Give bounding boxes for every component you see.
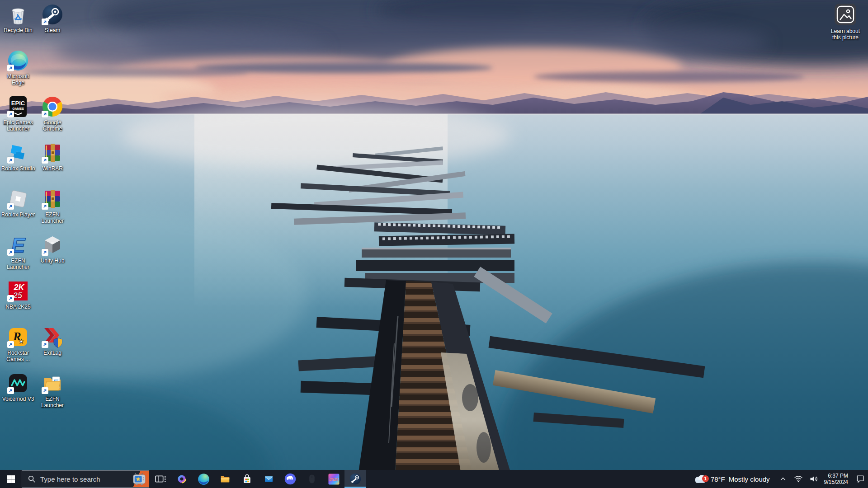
taskbar-clock[interactable]: 6:37 PM 9/15/2024 bbox=[821, 473, 853, 485]
nba-2k24-icon: 2K24 bbox=[328, 473, 340, 485]
rockstar-icon: R ★ bbox=[7, 326, 29, 348]
copilot-button[interactable] bbox=[171, 470, 193, 488]
shortcut-arrow-icon bbox=[42, 341, 48, 348]
svg-text:2K24: 2K24 bbox=[329, 478, 338, 482]
desktop-icon-epic-games-launcher[interactable]: EPIC GAMES Epic Games Launcher bbox=[1, 96, 35, 141]
shortcut-arrow-icon bbox=[7, 249, 14, 256]
svg-text:★: ★ bbox=[19, 338, 24, 345]
shortcut-arrow-icon bbox=[7, 111, 14, 117]
desktop-icon-roblox-player[interactable]: Roblox Player bbox=[1, 188, 35, 233]
learn-about-picture[interactable]: Learn about this picture bbox=[828, 4, 863, 41]
shortcut-arrow-icon bbox=[42, 203, 48, 210]
desktop-icon-voicemod-v3[interactable]: Voicemod V3 bbox=[1, 372, 35, 418]
desktop-icon-ezfn-launcher-folder[interactable]: E EZFN Launcher bbox=[35, 372, 70, 418]
task-view-button[interactable] bbox=[149, 470, 171, 488]
mail-icon bbox=[263, 473, 275, 485]
desktop-icon-label: Roblox Player bbox=[0, 211, 36, 218]
desktop-icon-label: ExitLag bbox=[34, 350, 71, 356]
discord-button[interactable] bbox=[279, 470, 301, 488]
shortcut-arrow-icon bbox=[42, 19, 48, 25]
mouse-icon bbox=[306, 473, 318, 485]
search-icon bbox=[28, 475, 36, 483]
search-input[interactable]: Type here to search bbox=[22, 470, 149, 488]
desktop-icon-label: Recycle Bin bbox=[0, 27, 36, 33]
desktop-icon-google-chrome[interactable]: Google Chrome bbox=[35, 96, 70, 141]
mail-button[interactable] bbox=[258, 470, 279, 488]
ezfn-folder-icon: E bbox=[42, 372, 63, 394]
exitlag-icon bbox=[42, 326, 63, 348]
mouse-peripheral-button[interactable] bbox=[301, 470, 323, 488]
windows-logo-icon bbox=[7, 475, 15, 483]
learn-about-label: Learn about this picture bbox=[828, 28, 863, 41]
copilot-icon bbox=[175, 473, 188, 485]
file-explorer-button[interactable] bbox=[214, 470, 236, 488]
desktop-icon-steam[interactable]: Steam bbox=[35, 4, 70, 49]
recycle-bin-icon bbox=[7, 4, 29, 25]
shortcut-arrow-icon bbox=[7, 341, 14, 348]
search-highlights-tv-icon[interactable] bbox=[132, 473, 146, 485]
desktop-icon-label: Roblox Studio bbox=[0, 165, 36, 172]
tray-chevron-up[interactable] bbox=[775, 470, 791, 488]
volume-icon[interactable] bbox=[806, 470, 821, 488]
desktop-icon-label: Rockstar Games ... bbox=[0, 350, 36, 362]
desktop-icon-label: NBA 2K25 bbox=[0, 304, 36, 310]
shortcut-arrow-icon bbox=[7, 387, 14, 394]
roblox-studio-icon bbox=[7, 142, 29, 164]
microsoft-store-icon bbox=[241, 473, 253, 485]
weather-cloud-icon: 1 bbox=[693, 474, 707, 484]
clock-time: 6:37 PM bbox=[824, 473, 848, 479]
shortcut-arrow-icon bbox=[7, 203, 14, 210]
desktop-icon-label: Epic Games Launcher bbox=[0, 119, 36, 132]
winrar-icon bbox=[42, 142, 63, 164]
steam-taskbar-button[interactable] bbox=[344, 470, 366, 488]
desktop-icon-recycle-bin[interactable]: Recycle Bin bbox=[1, 4, 35, 49]
desktop-icon-label: EZFN Launcher bbox=[34, 396, 71, 408]
action-center-button[interactable] bbox=[853, 470, 868, 488]
voicemod-icon bbox=[7, 372, 29, 394]
weather-alert-badge: 1 bbox=[702, 475, 709, 482]
wifi-icon[interactable] bbox=[791, 470, 806, 488]
desktop-icon-label: Unity Hub bbox=[34, 258, 71, 264]
desktop-icon-roblox-studio[interactable]: Roblox Studio bbox=[1, 142, 35, 187]
taskbar: Type here to search bbox=[0, 470, 868, 488]
chrome-icon bbox=[42, 96, 63, 117]
svg-text:GAMES: GAMES bbox=[12, 107, 24, 110]
search-placeholder: Type here to search bbox=[40, 475, 132, 483]
desktop-icon-rockstar-games[interactable]: R ★ Rockstar Games ... bbox=[1, 326, 35, 371]
desktop-icon-winrar[interactable]: WinRAR bbox=[35, 142, 70, 187]
shortcut-arrow-icon bbox=[42, 249, 48, 256]
desktop-icon-exitlag[interactable]: ExitLag bbox=[35, 326, 70, 371]
desktop-icon-ezfn-launcher-archive[interactable]: EZFN Launcher bbox=[35, 188, 70, 233]
desktop-icon-nba-2k25[interactable]: 2K 25 NBA 2K25 bbox=[1, 280, 35, 325]
microsoft-store-button[interactable] bbox=[236, 470, 258, 488]
svg-text:EPIC: EPIC bbox=[11, 100, 25, 107]
desktop-icon-label: Microsoft Edge bbox=[0, 73, 36, 86]
ezfn-icon: E bbox=[7, 234, 29, 256]
edge-taskbar-button[interactable] bbox=[193, 470, 214, 488]
task-view-icon bbox=[153, 472, 167, 486]
epic-games-icon: EPIC GAMES bbox=[7, 96, 29, 117]
shortcut-arrow-icon bbox=[42, 387, 48, 394]
nba-2k24-button[interactable]: 2K24 bbox=[323, 470, 344, 488]
shortcut-arrow-icon bbox=[42, 111, 48, 117]
desktop-icon-label: WinRAR bbox=[34, 165, 71, 172]
svg-text:25: 25 bbox=[13, 291, 23, 300]
steam-icon bbox=[349, 473, 362, 485]
picture-info-icon bbox=[835, 4, 856, 25]
desktop-icon-unity-hub[interactable]: Unity Hub bbox=[35, 234, 70, 279]
start-button[interactable] bbox=[0, 470, 22, 488]
svg-text:2K: 2K bbox=[13, 283, 25, 292]
system-tray: 1 78°F Mostly cloudy 6:37 PM 9/15/2024 bbox=[689, 470, 868, 488]
clock-date: 9/15/2024 bbox=[824, 479, 848, 485]
weather-condition: Mostly cloudy bbox=[729, 475, 770, 483]
wallpaper-image bbox=[0, 0, 868, 488]
desktop-icon-label: Voicemod V3 bbox=[0, 396, 36, 402]
desktop-icon-label: Steam bbox=[34, 27, 71, 33]
shortcut-arrow-icon bbox=[7, 157, 14, 164]
desktop-icon-ezfn-launcher[interactable]: E EZFN Launcher bbox=[1, 234, 35, 279]
shortcut-arrow-icon bbox=[42, 157, 48, 164]
weather-widget[interactable]: 1 78°F Mostly cloudy bbox=[689, 470, 775, 488]
shortcut-arrow-icon bbox=[7, 65, 14, 71]
file-explorer-icon bbox=[219, 473, 231, 485]
desktop-icon-microsoft-edge[interactable]: Microsoft Edge bbox=[1, 50, 35, 95]
